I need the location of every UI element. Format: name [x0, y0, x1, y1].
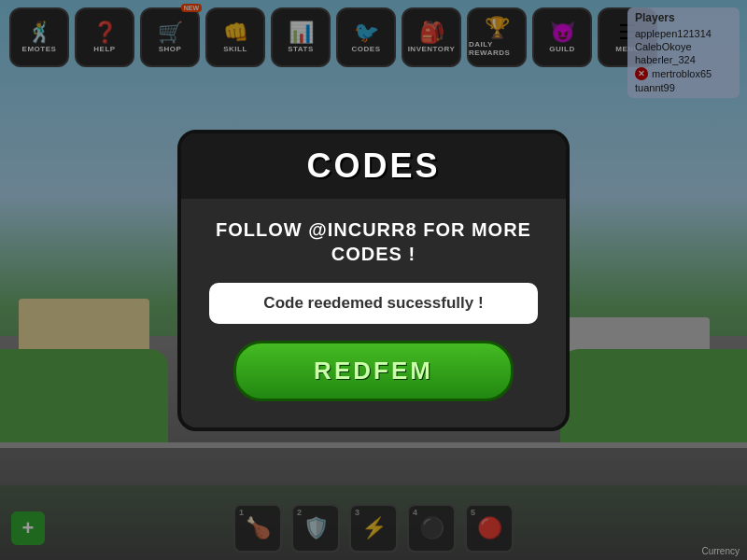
success-box: Code reedemed sucessfully ! [209, 283, 538, 324]
modal-title: CODES [200, 147, 547, 186]
success-message: Code reedemed sucessfully ! [263, 294, 483, 312]
redeem-button-label: REDFEM [314, 357, 433, 385]
codes-modal: CODES FOLLOW @INCURR8 FOR MORE CODES ! C… [177, 130, 570, 431]
redeem-button[interactable]: REDFEM [233, 341, 513, 401]
modal-body: FOLLOW @INCURR8 FOR MORE CODES ! Code re… [181, 199, 566, 427]
follow-text: FOLLOW @INCURR8 FOR MORE CODES ! [209, 217, 538, 266]
modal-title-bar: CODES [181, 133, 566, 199]
modal-overlay: CODES FOLLOW @INCURR8 FOR MORE CODES ! C… [0, 0, 747, 560]
